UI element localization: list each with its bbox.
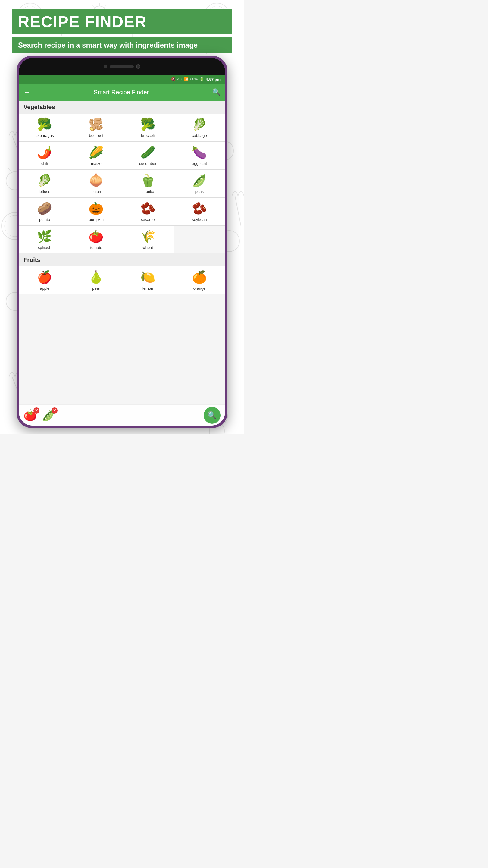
list-item[interactable]: 🫛 peas	[174, 170, 225, 197]
search-button[interactable]: 🔍	[213, 88, 221, 96]
cabbage-icon: 🥬	[192, 117, 207, 131]
tomato-icon: 🍅	[89, 229, 104, 244]
beetroot-icon: 🫚	[89, 117, 104, 131]
battery-percent: 68%	[190, 77, 198, 82]
signal-icon: 📶	[184, 77, 189, 82]
header-section: RECIPE FINDER Search recipe in a smart w…	[12, 9, 232, 53]
title-banner: RECIPE FINDER	[12, 9, 232, 34]
list-item[interactable]: 🥦 broccoli	[122, 114, 173, 141]
notch-area	[104, 64, 140, 69]
selected-peas[interactable]: 🫛 ✕	[41, 409, 55, 422]
list-item[interactable]: 🧅 onion	[70, 170, 122, 197]
soybean-icon: 🫘	[192, 201, 207, 216]
sesame-icon: 🫘	[140, 201, 156, 216]
status-bar: 🔇 4G 📶 68% 🔋 4:57 pm	[19, 75, 225, 84]
list-item[interactable]: 🥬 cabbage	[174, 114, 225, 141]
screen-content: Vegetables 🥦 asparagus 🫚 beetroot 🥦 broc	[19, 101, 225, 426]
status-time: 4:57 pm	[206, 77, 221, 82]
maize-icon: 🌽	[89, 145, 104, 159]
remove-tomato-button[interactable]: ✕	[33, 407, 39, 413]
citrus-label: orange	[193, 286, 205, 290]
list-item[interactable]: 🍋 lemon	[122, 267, 173, 294]
eggplant-label: eggplant	[192, 161, 207, 166]
cucumber-label: cucumber	[139, 161, 156, 166]
wheat-icon: 🌾	[140, 229, 156, 244]
paprika-label: paprika	[141, 189, 154, 194]
list-item[interactable]: 🌿 spinach	[19, 226, 70, 253]
list-item[interactable]: 🍎 apple	[19, 267, 70, 294]
spinach-icon: 🌿	[37, 229, 52, 244]
apple-label: apple	[40, 286, 50, 290]
list-item[interactable]: 🫑 paprika	[122, 170, 173, 197]
phone-frame: 🔇 4G 📶 68% 🔋 4:57 pm ← Smart Recipe Find…	[17, 56, 227, 428]
subtitle-banner: Search recipe in a smart way with ingred…	[12, 37, 232, 53]
app-title: RECIPE FINDER	[18, 13, 226, 31]
list-item[interactable]: 🍆 eggplant	[174, 142, 225, 169]
list-item[interactable]: 🎃 pumpkin	[70, 198, 122, 225]
onion-label: onion	[91, 189, 101, 194]
svg-line-10	[92, 4, 95, 7]
list-item[interactable]: 🌶️ chili	[19, 142, 70, 169]
list-item[interactable]: 🫘 sesame	[122, 198, 173, 225]
camera-dot	[104, 65, 107, 68]
app-subtitle: Search recipe in a smart way with ingred…	[18, 40, 226, 50]
list-item[interactable]: 🥦 asparagus	[19, 114, 70, 141]
broccoli-icon: 🥦	[140, 117, 156, 131]
remove-peas-button[interactable]: ✕	[52, 407, 58, 413]
network-icon: 4G	[177, 77, 182, 82]
list-item[interactable]: 🫘 soybean	[174, 198, 225, 225]
selected-tomato[interactable]: 🍅 ✕	[24, 409, 37, 422]
list-item[interactable]: 🍊 orange	[174, 267, 225, 294]
svg-line-11	[104, 4, 107, 7]
citrus-icon: 🍊	[192, 270, 207, 284]
list-item[interactable]: 🌽 maize	[70, 142, 122, 169]
lemon-label: lemon	[142, 286, 153, 290]
phone-notch-bar	[19, 58, 225, 75]
fruits-grid: 🍎 apple 🍐 pear 🍋 lemon 🍊 orange	[19, 267, 225, 294]
chili-icon: 🌶️	[37, 145, 52, 159]
back-button[interactable]: ←	[24, 88, 30, 96]
lettuce-label: lettuce	[39, 189, 50, 194]
cucumber-icon: 🥒	[140, 145, 156, 159]
soybean-label: soybean	[192, 217, 207, 222]
cabbage-label: cabbage	[192, 133, 207, 138]
wheat-label: wheat	[142, 245, 153, 250]
potato-label: potato	[39, 217, 50, 222]
vegetables-section-header: Vegetables	[19, 101, 225, 114]
apple-icon: 🍎	[37, 270, 52, 284]
list-item-empty	[174, 226, 225, 253]
list-item[interactable]: 🍐 pear	[70, 267, 122, 294]
peas-icon: 🫛	[192, 173, 207, 187]
speaker-bar	[110, 65, 134, 68]
phone-container: 🔇 4G 📶 68% 🔋 4:57 pm ← Smart Recipe Find…	[17, 56, 227, 428]
list-item[interactable]: 🫚 beetroot	[70, 114, 122, 141]
fruits-label: Fruits	[24, 256, 40, 263]
vegetables-label: Vegetables	[24, 104, 55, 110]
fruits-section-header: Fruits	[19, 253, 225, 267]
peas-label: peas	[195, 189, 204, 194]
broccoli-label: broccoli	[141, 133, 155, 138]
list-item[interactable]: 🥔 potato	[19, 198, 70, 225]
list-item[interactable]: 🍅 tomato	[70, 226, 122, 253]
list-item[interactable]: 🌾 wheat	[122, 226, 173, 253]
search-fab-button[interactable]: 🔍	[204, 407, 221, 424]
sesame-label: sesame	[141, 217, 155, 222]
bottom-action-bar: 🍅 ✕ 🫛 ✕ 🔍	[19, 404, 225, 426]
beetroot-label: beetroot	[89, 133, 104, 138]
pear-icon: 🍐	[89, 270, 104, 284]
pumpkin-icon: 🎃	[89, 201, 104, 216]
potato-icon: 🥔	[37, 201, 52, 216]
svg-line-16	[235, 196, 241, 226]
front-camera	[136, 64, 140, 69]
eggplant-icon: 🍆	[192, 145, 207, 159]
asparagus-label: asparagus	[36, 133, 54, 138]
lemon-icon: 🍋	[140, 270, 156, 284]
onion-icon: 🧅	[89, 173, 104, 187]
maize-label: maize	[91, 161, 101, 166]
svg-line-20	[8, 168, 10, 171]
list-item[interactable]: 🥬 lettuce	[19, 170, 70, 197]
vegetables-grid: 🥦 asparagus 🫚 beetroot 🥦 broccoli 🥬 cabb…	[19, 114, 225, 253]
tomato-label: tomato	[90, 245, 102, 250]
list-item[interactable]: 🥒 cucumber	[122, 142, 173, 169]
chili-label: chili	[41, 161, 48, 166]
